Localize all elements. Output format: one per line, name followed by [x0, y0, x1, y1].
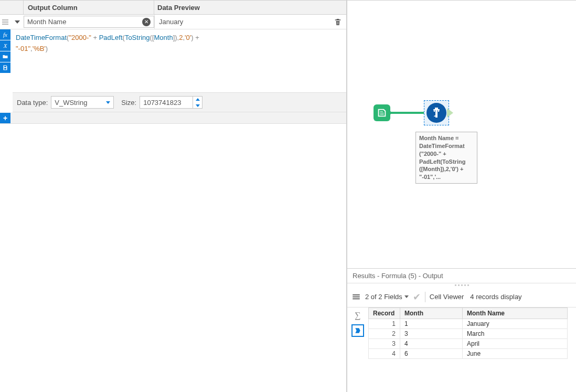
gutter-header [0, 1, 24, 14]
layout-icon[interactable] [351, 292, 361, 302]
browse-icon[interactable] [351, 324, 364, 337]
drag-handle-icon[interactable] [0, 15, 10, 29]
dropdown-caret-icon [106, 101, 110, 104]
sigma-icon[interactable]: ∑ [352, 310, 364, 321]
save-icon[interactable] [0, 62, 10, 73]
text-input-tool[interactable] [374, 104, 390, 121]
output-column-header: Output Column [24, 1, 154, 14]
expand-toggle[interactable] [10, 15, 24, 29]
formula-sidebar: fx X [0, 29, 10, 92]
results-pane: Results - Formula (5) - Output 2 of 2 Fi… [347, 268, 576, 392]
formula-header-row: Output Column Data Preview [0, 0, 346, 15]
results-body: ∑ RecordMonthMonth Name11January23March3… [347, 308, 576, 392]
datatype-value: V_WString [55, 99, 87, 107]
datatype-label: Data type: [17, 99, 48, 107]
fields-dropdown[interactable]: 2 of 2 Fields [365, 293, 409, 301]
table-row[interactable]: 11January [369, 319, 568, 329]
size-value: 1073741823 [140, 99, 193, 107]
size-label: Size: [121, 99, 136, 107]
fx-button[interactable]: fx [0, 29, 10, 40]
add-row-bar: + [0, 112, 346, 124]
datatype-select[interactable]: V_WString [51, 96, 114, 109]
records-label: 4 records display [470, 293, 521, 301]
results-table[interactable]: RecordMonthMonth Name11January23March34A… [368, 308, 576, 392]
output-column-field[interactable]: ✕ [24, 16, 154, 28]
right-panel: Month Name = DateTimeFormat ("2000-" + P… [347, 0, 576, 392]
formula-area: fx X DateTimeFormat("2000-" + PadLeft(To… [0, 29, 346, 92]
datatype-row: Data type: V_WString Size: 1073741823 [13, 92, 346, 112]
formula-tool[interactable] [424, 100, 449, 125]
size-spinner [193, 96, 202, 109]
delete-icon[interactable] [334, 17, 342, 27]
column-header[interactable]: Month Name [463, 308, 568, 319]
formula-editor[interactable]: DateTimeFormat("2000-" + PadLeft(ToStrin… [10, 29, 346, 92]
data-preview-cell: January [154, 15, 346, 29]
tool-annotation: Month Name = DateTimeFormat ("2000-" + P… [415, 132, 477, 184]
table-row[interactable]: 23March [369, 329, 568, 339]
connection-line[interactable] [390, 112, 426, 114]
separator [425, 292, 425, 302]
anchor-output-icon [447, 108, 453, 118]
data-preview-header: Data Preview [154, 1, 346, 14]
column-header[interactable]: Record [369, 308, 400, 319]
preview-value: January [159, 18, 183, 26]
table-row[interactable]: 46June [369, 349, 568, 359]
check-icon[interactable]: ✔ [413, 291, 421, 303]
x-variable-button[interactable]: X [0, 40, 10, 51]
workflow-canvas[interactable]: Month Name = DateTimeFormat ("2000-" + P… [347, 1, 576, 268]
column-header[interactable]: Month [400, 308, 463, 319]
expression-row: ✕ January [0, 15, 346, 29]
results-title: Results - Formula (5) - Output [347, 269, 576, 283]
spin-down-icon[interactable] [193, 102, 202, 109]
config-panel: Output Column Data Preview ✕ January fx … [0, 0, 347, 392]
table-row[interactable]: 34April [369, 339, 568, 349]
results-toolbar: 2 of 2 Fields ✔ Cell Viewer 4 records di… [347, 287, 576, 308]
output-column-input[interactable] [27, 18, 142, 26]
size-input[interactable]: 1073741823 [140, 96, 202, 109]
results-left-gutter: ∑ [347, 308, 368, 392]
cell-viewer-dropdown[interactable]: Cell Viewer [430, 293, 466, 301]
folder-open-icon[interactable] [0, 51, 10, 62]
add-expression-button[interactable]: + [0, 113, 10, 123]
spin-up-icon[interactable] [193, 96, 202, 102]
clear-icon[interactable]: ✕ [142, 18, 151, 26]
